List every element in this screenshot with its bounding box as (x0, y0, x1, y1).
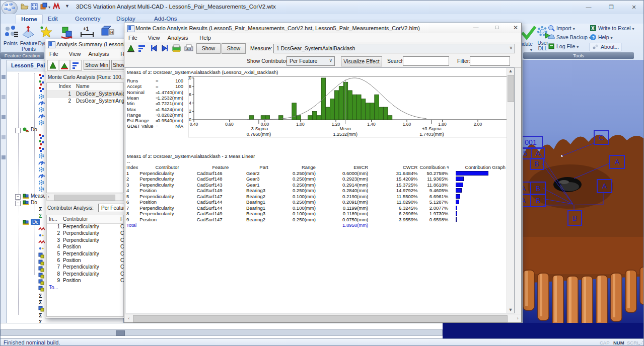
tree-expander-icon[interactable]: − (15, 128, 21, 133)
dialog-vscrollbar[interactable]: ▲ ▼ (507, 68, 514, 313)
histogram-red-icon[interactable] (59, 60, 70, 71)
col-header[interactable]: EWCR (317, 164, 369, 170)
dock-icon[interactable] (2, 75, 6, 79)
tools-item-import[interactable]: Import▾ (548, 25, 575, 32)
print-icon[interactable]: AB (184, 44, 194, 53)
filter-input[interactable] (470, 56, 510, 66)
visualize-effect-button[interactable]: Visualize Effect (341, 56, 382, 66)
contrib-analysis-row[interactable]: 4PositionC (47, 244, 123, 250)
dynamic-points-icon[interactable] (39, 25, 54, 40)
tab-geometry[interactable]: Geometry (70, 14, 106, 24)
tools-item-save-backup[interactable]: Save Backup▾ (548, 34, 591, 41)
col-header-index[interactable]: Index (56, 83, 71, 89)
validate-dropdown-icon[interactable]: ▼ (529, 48, 533, 52)
measurement-icon[interactable]: +1 (80, 25, 95, 40)
col-header-index[interactable]: In... (49, 216, 57, 222)
contributor-row[interactable]: 4PositionCadSurf149Bearing30.250(mm)0.28… (125, 188, 515, 194)
contributor-row[interactable]: 5PerpendicularityCadSurf147Bearing20.100… (125, 194, 515, 200)
export-report-icon[interactable] (172, 44, 182, 53)
contrib-analysis-row[interactable]: 3PerpendicularityC (47, 237, 123, 244)
col-header-name[interactable]: Name (76, 83, 90, 89)
measure-combo[interactable]: 1 DcsGear_SystemAxialBacklash ∨ (273, 44, 515, 53)
summary-hscrollbar[interactable]: ‹ (46, 194, 124, 201)
dock-icon[interactable] (2, 115, 6, 119)
contributor-bars-icon[interactable] (70, 60, 82, 71)
contrib-analysis-row[interactable]: 5PerpendicularityC (47, 251, 123, 257)
show-min-button[interactable]: Show Min (196, 43, 221, 54)
scroll-down-icon[interactable]: ▼ (507, 307, 514, 312)
summary-menu-analysis[interactable]: Analysis (89, 49, 109, 58)
contrib-analysis-row[interactable]: 2PerpendicularityC (47, 230, 123, 237)
summary-table-row[interactable]: 2DcsGear_SystemAngleBackl (47, 98, 123, 105)
summary-show-min-button[interactable]: Show Min (84, 60, 110, 70)
app-hscrollbar[interactable] (1, 329, 443, 336)
contributor-row[interactable]: 8PerpendicularityCadSurf149Bearing30.100… (125, 211, 515, 217)
3d-viewport[interactable]: 0015ABABABCAAB (521, 60, 644, 338)
move-part-icon[interactable] (59, 25, 75, 40)
scroll-left-icon[interactable]: ‹ (126, 316, 132, 321)
summary-menu-file[interactable]: File (49, 49, 58, 58)
histogram-view-icon[interactable] (126, 44, 135, 53)
show-max-button[interactable]: Show Max (222, 43, 246, 54)
tree-expander-icon[interactable]: − (15, 201, 21, 206)
summary-table-row[interactable]: 1DcsGear_SystemAxialBackl (47, 91, 123, 98)
select-box-icon[interactable] (30, 3, 38, 11)
qat-dropdown-icon[interactable]: ▾ (48, 5, 50, 10)
dialog-menu-analysis[interactable]: Analysis (168, 33, 188, 42)
show-contributors-combo[interactable]: Per Feature ∨ (287, 56, 335, 66)
dock-icon[interactable] (2, 135, 6, 139)
dialog-menu-file[interactable]: File (128, 33, 137, 42)
scroll-right-icon[interactable]: › (515, 316, 521, 321)
dialog-menu-view[interactable]: View (148, 33, 160, 42)
contributor-analysis-mode-combo[interactable]: Per Feature (98, 204, 124, 212)
tab-home[interactable]: Home (16, 14, 43, 24)
summary-menu-view[interactable]: View (69, 49, 81, 58)
tools-item-write-to-excel[interactable]: XWrite to Excel▾ (590, 25, 634, 32)
dialog-hscrollbar[interactable]: ‹ › (125, 314, 522, 323)
col-header[interactable]: Index (125, 164, 138, 170)
contributor-row[interactable]: 9PositionCadSurf147Bearing20.250(mm)0.07… (125, 217, 515, 223)
dialog-minimize-button[interactable]: — (469, 24, 483, 30)
dialog-menu-help[interactable]: Help (199, 33, 211, 42)
col-header[interactable]: Contribution Graph (449, 164, 515, 170)
col-header-contributor[interactable]: Contributor (63, 216, 88, 222)
col-header[interactable]: Contributor (138, 164, 195, 170)
contributor-row[interactable]: 6PositionCadSurf144Bearing10.250(mm)0.20… (125, 199, 515, 205)
points-icon[interactable] (4, 25, 19, 40)
contributor-row[interactable]: 1PerpendicularityCadSurf146Gear20.250(mm… (125, 170, 515, 177)
contrib-analysis-row[interactable]: 7PerpendicularityC (47, 264, 123, 271)
dock-icon[interactable] (2, 95, 6, 99)
scroll-up-icon[interactable]: ▲ (507, 68, 514, 73)
histogram-green-icon[interactable] (47, 60, 58, 71)
contrib-analysis-total[interactable]: To... (47, 285, 123, 291)
contributor-row[interactable]: 3PerpendicularityCadSurf143Gear10.250(mm… (125, 182, 515, 188)
contrib-analysis-row[interactable]: 8PerpendicularityC (47, 271, 123, 278)
col-header-feature[interactable]: F (120, 216, 123, 222)
qat-customize-icon[interactable]: ▼ (65, 4, 69, 9)
summary-show-max-button[interactable]: Show M (111, 60, 124, 70)
search-input[interactable] (403, 56, 449, 66)
col-header[interactable]: Contribution % (418, 164, 449, 170)
contrib-analysis-row[interactable]: 1PerpendicularityC (47, 224, 123, 230)
dialog-maximize-button[interactable]: □ (490, 24, 504, 30)
dialog-close-button[interactable]: ✕ (510, 24, 521, 31)
contributor-view-icon[interactable] (137, 44, 147, 53)
tools-item-log-file[interactable]: Log File▾ (548, 43, 579, 50)
dialog-titlebar[interactable]: Monte Carlo Analysis Results (Lesson5_Pa… (124, 23, 521, 34)
contrib-analysis-row[interactable]: 6PositionC (47, 257, 123, 264)
datum-cube-icon[interactable]: H (100, 25, 115, 40)
validate-check-icon[interactable] (520, 25, 537, 41)
col-header[interactable]: Part (245, 164, 282, 170)
resize-grip-icon[interactable]: ⋰ (639, 340, 643, 345)
ribbon-item-feature-points[interactable]: Feature Points (20, 41, 38, 52)
close-button[interactable]: ✕ (626, 3, 641, 12)
maximize-button[interactable]: ❐ (604, 3, 619, 12)
summary-titlebar[interactable]: Analysis Summary (Lesson5_Pa (45, 39, 124, 50)
ribbon-item-points[interactable]: Points (2, 41, 20, 52)
dcs-brand-icon[interactable] (52, 3, 60, 11)
contrib-analysis-row[interactable]: 9PositionC (47, 278, 123, 284)
tools-item-help[interactable]: ?Help▾ (590, 34, 613, 41)
app-menu-button[interactable] (2, 1, 18, 15)
minimize-button[interactable]: — (581, 3, 596, 12)
col-header[interactable]: Range (282, 164, 317, 170)
